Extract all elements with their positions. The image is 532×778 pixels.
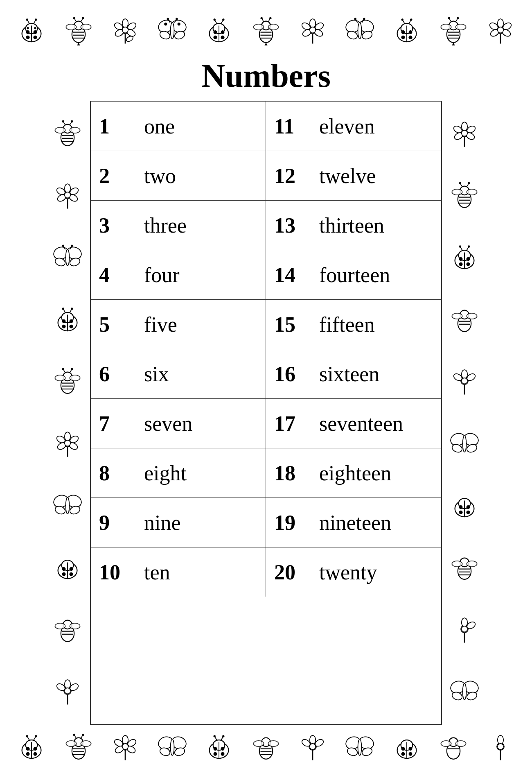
svg-point-89: [408, 36, 412, 39]
ladybug-left-2: [53, 553, 82, 582]
flower-bottom-1: [110, 733, 140, 762]
svg-point-300: [170, 739, 174, 755]
svg-point-123: [71, 120, 73, 122]
svg-point-54: [222, 18, 224, 20]
word-eleven: eleven: [319, 114, 375, 138]
numbers-table: 1one11eleven2two12twelve3three13thirteen…: [90, 101, 442, 725]
bee-left-2: [53, 367, 82, 396]
ladybug-icon-3: [392, 16, 422, 45]
butterfly-left-2: [53, 491, 82, 520]
svg-point-145: [70, 319, 73, 323]
word-three: three: [144, 213, 187, 237]
svg-point-103: [448, 17, 450, 19]
svg-point-307: [221, 752, 225, 756]
svg-point-12: [35, 18, 37, 20]
svg-point-304: [214, 747, 217, 751]
ladybug-icon: [17, 16, 46, 45]
number-cell-18: 18eighteen: [266, 448, 441, 498]
word-fourteen: fourteen: [319, 263, 390, 287]
word-thirteen: thirteen: [319, 213, 384, 237]
bee-right-2: [450, 305, 479, 335]
svg-point-318: [268, 741, 278, 746]
bee-right-3: [450, 553, 479, 582]
number-cell-13: 13thirteen: [266, 201, 441, 250]
svg-point-180: [70, 568, 73, 571]
svg-point-81: [354, 18, 356, 20]
number-cell-17: 17seventeen: [266, 399, 441, 448]
svg-point-68: [310, 19, 316, 28]
svg-point-286: [73, 734, 75, 736]
ladybug-bottom-1: [17, 733, 46, 762]
svg-point-229: [452, 313, 462, 319]
word-fifteen: fifteen: [319, 312, 375, 337]
number-9: 9: [99, 511, 132, 535]
svg-point-181: [62, 572, 66, 576]
svg-point-11: [26, 18, 28, 20]
butterfly-left-1: [53, 243, 82, 272]
number-20: 20: [274, 560, 307, 584]
svg-point-175: [66, 498, 70, 514]
svg-point-22: [73, 17, 75, 19]
svg-point-49: [214, 36, 217, 39]
svg-point-88: [401, 36, 405, 39]
number-cell-8: 8eight: [91, 448, 266, 498]
number-cell-6: 6six: [91, 349, 266, 398]
svg-point-19: [81, 24, 91, 30]
table-row: 9nine19nineteen: [91, 498, 441, 547]
svg-point-217: [459, 258, 463, 261]
svg-point-92: [401, 18, 403, 20]
svg-point-208: [452, 189, 462, 195]
svg-point-305: [221, 747, 225, 751]
table-row: 2two12twelve: [91, 151, 441, 201]
left-side-border: [45, 101, 90, 725]
svg-point-194: [65, 688, 70, 694]
butterfly-bottom-1: [158, 733, 187, 762]
svg-point-212: [459, 182, 461, 184]
word-eighteen: eighteen: [319, 461, 391, 485]
svg-point-218: [467, 258, 470, 261]
number-11: 11: [274, 114, 307, 138]
svg-point-39: [170, 23, 174, 39]
number-18: 18: [274, 461, 307, 485]
number-13: 13: [274, 213, 307, 237]
svg-point-131: [65, 192, 70, 198]
table-row: 4four14fourteen: [91, 250, 441, 300]
flower-left-2: [53, 429, 82, 459]
number-cell-19: 19nineteen: [266, 498, 441, 547]
svg-point-310: [214, 735, 216, 737]
svg-point-42: [167, 18, 169, 20]
bee-left-1: [53, 119, 82, 149]
svg-point-213: [468, 182, 470, 184]
svg-point-202: [462, 130, 467, 136]
word-eight: eight: [144, 461, 187, 485]
table-row: 10ten20twenty: [91, 547, 441, 597]
svg-point-87: [408, 30, 412, 34]
svg-point-144: [62, 319, 66, 323]
svg-point-4: [34, 30, 37, 34]
word-sixteen: sixteen: [319, 362, 379, 386]
svg-point-265: [463, 683, 467, 700]
svg-point-258: [462, 618, 467, 627]
number-7: 7: [99, 412, 132, 436]
svg-point-247: [459, 511, 463, 514]
bee-icon-3: [439, 16, 468, 45]
number-1: 1: [99, 114, 132, 138]
flower-right-2: [450, 367, 479, 396]
svg-point-126: [65, 184, 70, 193]
ladybug-left-1: [53, 305, 82, 335]
svg-point-136: [66, 250, 70, 266]
flower-left-3: [53, 677, 82, 706]
svg-point-7: [27, 27, 29, 29]
svg-point-224: [468, 246, 470, 248]
word-twenty: twenty: [319, 560, 377, 584]
butterfly-bottom-2: [345, 733, 374, 762]
number-cell-12: 12twelve: [266, 151, 441, 200]
svg-point-60: [253, 24, 264, 30]
svg-point-321: [310, 735, 316, 744]
svg-point-233: [462, 370, 467, 379]
svg-point-27: [122, 19, 128, 28]
number-cell-4: 4four: [91, 250, 266, 299]
svg-point-219: [459, 262, 463, 266]
svg-point-245: [459, 505, 463, 509]
svg-point-333: [401, 747, 405, 751]
